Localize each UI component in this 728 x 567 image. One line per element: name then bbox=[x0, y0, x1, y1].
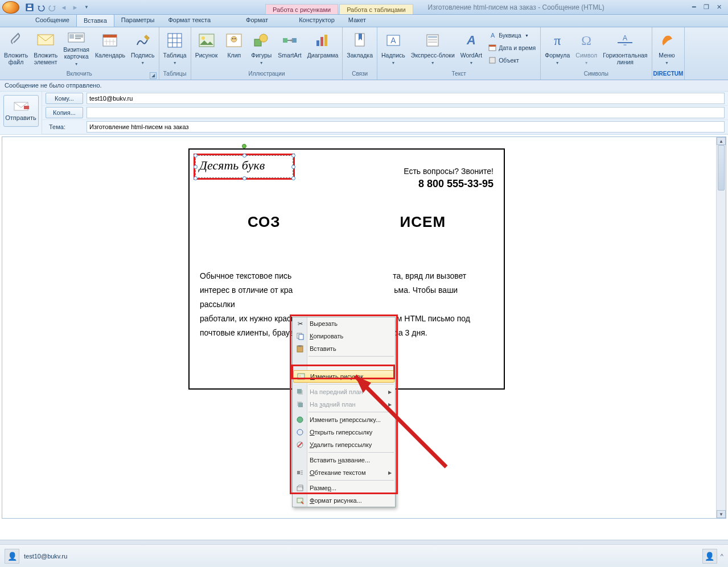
attach-file-button[interactable]: Вложить файл bbox=[1, 28, 31, 69]
attach-item-button[interactable]: Вложить элемент bbox=[31, 28, 60, 69]
shapes-button[interactable]: Фигуры▼ bbox=[248, 28, 275, 69]
resize-handle[interactable] bbox=[242, 176, 246, 180]
context-tab-picture[interactable]: Работа с рисунками bbox=[265, 4, 338, 14]
send-button[interactable]: Отправить bbox=[3, 95, 39, 127]
resize-handle[interactable] bbox=[194, 176, 198, 180]
picture-icon bbox=[198, 31, 216, 49]
resize-handle[interactable] bbox=[291, 165, 295, 169]
svg-point-23 bbox=[231, 36, 237, 42]
table-button[interactable]: Таблица▼ bbox=[161, 28, 190, 69]
redo-icon[interactable] bbox=[48, 3, 57, 12]
group-label: Включить◢ bbox=[1, 71, 158, 80]
table-icon bbox=[166, 31, 184, 49]
rotate-handle[interactable] bbox=[242, 144, 246, 148]
svg-rect-49 bbox=[24, 106, 29, 109]
svg-rect-7 bbox=[75, 36, 83, 38]
quickparts-icon bbox=[423, 31, 442, 49]
svg-rect-44 bbox=[490, 57, 495, 63]
vertical-scrollbar[interactable]: ▲ ▼ bbox=[716, 137, 726, 518]
to-field[interactable] bbox=[87, 93, 725, 104]
save-icon[interactable] bbox=[25, 3, 34, 12]
object-icon bbox=[488, 56, 496, 64]
minimize-icon[interactable]: ━ bbox=[688, 3, 700, 11]
scrollbar-thumb[interactable] bbox=[718, 145, 725, 191]
info-strip: Сообщение не было отправлено. bbox=[0, 80, 728, 92]
prev-icon[interactable]: ◄ bbox=[59, 3, 68, 12]
quickparts-button[interactable]: Экспресс-блоки▼ bbox=[408, 28, 458, 69]
group-label: Текст bbox=[379, 71, 539, 80]
tab-insert[interactable]: Вставка bbox=[76, 14, 114, 27]
avatar-icon[interactable]: 👤 bbox=[5, 549, 19, 564]
avatar-icon[interactable]: 👤 bbox=[702, 549, 717, 564]
svg-text:A: A bbox=[390, 36, 396, 45]
resize-handle[interactable] bbox=[194, 154, 198, 158]
subject-field[interactable] bbox=[87, 121, 725, 133]
maximize-icon[interactable]: ❐ bbox=[701, 3, 712, 11]
tab-constructor[interactable]: Конструктор bbox=[292, 14, 342, 27]
equation-button[interactable]: πФормула▼ bbox=[542, 28, 573, 69]
context-tab-table[interactable]: Работа с таблицами bbox=[339, 4, 413, 14]
svg-rect-15 bbox=[168, 34, 182, 47]
ribbon: Вложить файл Вложить элемент Визитная ка… bbox=[0, 27, 728, 80]
wordart-button[interactable]: AWordArt▼ bbox=[458, 28, 485, 69]
message-body[interactable]: ▲ ▼ Десять букв Есть вопросы? Звоните! 8… bbox=[2, 136, 726, 519]
svg-rect-32 bbox=[324, 35, 327, 46]
resize-handle[interactable] bbox=[242, 154, 246, 158]
svg-text:A: A bbox=[491, 32, 495, 39]
calendar-icon bbox=[101, 31, 119, 49]
tab-format[interactable]: Формат bbox=[239, 14, 275, 27]
directum-menu-button[interactable]: Меню▼ bbox=[653, 28, 681, 69]
business-card-button[interactable]: Визитная карточка▼ bbox=[60, 28, 92, 69]
ctx-format-picture[interactable]: Формат рисунка... bbox=[293, 494, 395, 507]
resize-handle[interactable] bbox=[291, 176, 295, 180]
next-icon[interactable]: ► bbox=[71, 3, 80, 12]
tab-parameters[interactable]: Параметры bbox=[114, 14, 162, 27]
chart-button[interactable]: Диаграмма bbox=[305, 28, 342, 69]
undo-icon[interactable] bbox=[36, 3, 46, 12]
cc-field[interactable] bbox=[87, 107, 725, 118]
tab-message[interactable]: Сообщение bbox=[28, 14, 76, 27]
group-label: Иллюстрации bbox=[192, 71, 342, 80]
group-text: AНадпись▼ Экспресс-блоки▼ AWordArt▼ AБук… bbox=[377, 27, 541, 80]
annotation-highlight bbox=[291, 365, 395, 379]
clipart-icon bbox=[225, 31, 243, 49]
tab-text-format[interactable]: Формат текста bbox=[161, 14, 217, 27]
calendar-button[interactable]: Календарь bbox=[92, 28, 128, 69]
picture-button[interactable]: Рисунок bbox=[192, 28, 221, 69]
object-button[interactable]: Объект bbox=[487, 55, 537, 66]
wordart-icon: A bbox=[462, 31, 480, 49]
address-block: Отправить Кому... Копия... Тема: bbox=[0, 92, 728, 135]
ribbon-tabs: Сообщение Вставка Параметры Формат текст… bbox=[0, 15, 728, 27]
tab-layout[interactable]: Макет bbox=[342, 14, 373, 27]
datetime-button[interactable]: Дата и время bbox=[487, 42, 537, 53]
contextual-tabs: Работа с рисунками Работа с таблицами bbox=[265, 0, 414, 14]
biz-card-icon bbox=[67, 31, 85, 44]
symbol-button[interactable]: ΩСимвол▼ bbox=[573, 28, 600, 69]
close-icon[interactable]: ✕ bbox=[713, 3, 725, 11]
textbox-button[interactable]: AНадпись▼ bbox=[379, 28, 408, 69]
signature-button[interactable]: Подпись▼ bbox=[128, 28, 158, 69]
qat-dropdown-icon[interactable]: ▼ bbox=[82, 3, 91, 12]
smartart-button[interactable]: SmartArt bbox=[275, 28, 304, 69]
svg-rect-43 bbox=[489, 45, 496, 47]
resize-handle[interactable] bbox=[291, 154, 295, 158]
bookmark-icon bbox=[351, 31, 369, 49]
scroll-up-icon[interactable]: ▲ bbox=[717, 137, 726, 145]
scroll-down-icon[interactable]: ▼ bbox=[717, 510, 726, 518]
bookmark-button[interactable]: Закладка bbox=[344, 28, 376, 69]
to-button[interactable]: Кому... bbox=[46, 93, 83, 104]
chevron-up-icon[interactable]: ^ bbox=[721, 553, 723, 560]
svg-rect-1 bbox=[27, 8, 32, 10]
hline-button[interactable]: A═Горизонтальная линия bbox=[600, 28, 650, 69]
dropcap-button[interactable]: AБуквица ▼ bbox=[487, 30, 537, 41]
clip-button[interactable]: Клип bbox=[220, 28, 248, 69]
symbol-icon: Ω bbox=[577, 31, 595, 49]
office-button[interactable] bbox=[0, 0, 22, 15]
call-text: Есть вопросы? Звоните! bbox=[404, 167, 493, 176]
svg-rect-5 bbox=[69, 34, 74, 39]
cc-button[interactable]: Копия... bbox=[46, 107, 83, 118]
chart-icon bbox=[314, 31, 332, 49]
resize-handle[interactable] bbox=[194, 165, 198, 169]
title-bar: ◄ ► ▼ Работа с рисунками Работа с таблиц… bbox=[0, 0, 728, 15]
dialog-launcher-icon[interactable]: ◢ bbox=[150, 72, 157, 79]
